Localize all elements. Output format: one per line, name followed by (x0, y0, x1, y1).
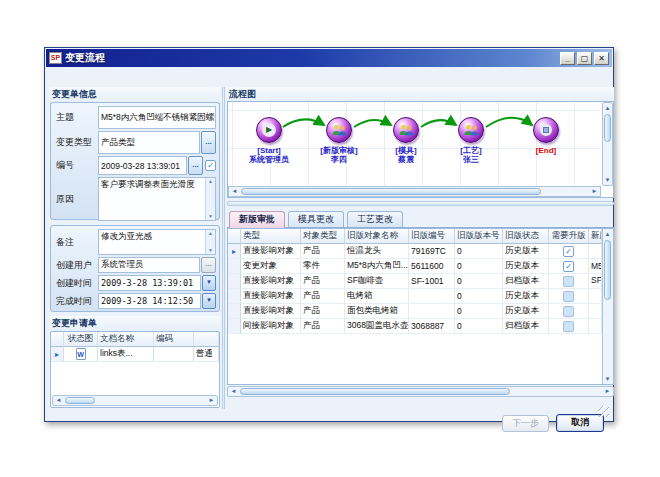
scroll-down-icon[interactable]: ▼ (208, 213, 213, 220)
table-row[interactable]: 变更对象 零件 M5*8内六角凹... 5611600 0 历史版本 ✓ M5*… (228, 259, 602, 274)
scroll-left-icon[interactable]: ◄ (53, 396, 64, 405)
cell-new: M5*8 (589, 259, 602, 274)
create-time-dropdown-icon[interactable]: ▼ (202, 275, 216, 291)
scrollbar-thumb[interactable] (240, 388, 510, 395)
table-row[interactable]: 间接影响对象 产品 3068圆盖电水壶 3068887 0 归档版本 (228, 319, 602, 334)
cell-status: 历史版本 (503, 244, 549, 259)
flow-node-review[interactable] (326, 117, 352, 143)
scroll-right-icon[interactable]: ► (589, 187, 600, 196)
col-upgrade[interactable]: 需要升版 (549, 229, 589, 244)
change-type-input[interactable]: 产品类型 (98, 131, 200, 154)
create-time-input[interactable]: 2009-3-28 13:39:01 (98, 275, 201, 291)
change-type-browse-button[interactable]: ... (201, 131, 216, 154)
scroll-up-icon[interactable]: ▲ (603, 229, 612, 239)
window-title: 变更流程 (65, 51, 558, 65)
creator-input[interactable]: 系统管理员 (98, 257, 200, 273)
col-obj-type[interactable]: 对象类型 (301, 229, 345, 244)
flow-node-start[interactable]: ▶ (256, 117, 282, 143)
col-type[interactable]: 类型 (241, 229, 301, 244)
cell-obj: 产品 (301, 244, 345, 259)
number-browse-button[interactable]: ... (188, 156, 203, 175)
upgrade-checkbox[interactable]: ✓ (563, 261, 574, 272)
scroll-down-icon[interactable]: ▼ (603, 374, 612, 384)
col-extra (194, 332, 219, 347)
flow-node-end[interactable] (533, 117, 559, 143)
scrollbar-thumb[interactable] (241, 188, 541, 195)
remark-scrollbar[interactable]: ▲ ▼ (205, 230, 215, 254)
resize-grip[interactable] (598, 406, 609, 417)
cell-type: 直接影响对象 (241, 289, 301, 304)
reason-row: 原因 客户要求调整表面光滑度 ▲ ▼ (54, 177, 216, 221)
cell-ver: 0 (455, 259, 503, 274)
scroll-up-icon[interactable]: ▲ (208, 178, 213, 185)
current-row-icon: ▸ (228, 244, 241, 259)
number-checkbox[interactable]: ✓ (205, 160, 216, 171)
tab-craft-change[interactable]: 工艺更改 (347, 211, 403, 227)
subject-input[interactable]: M5*8内六角凹端不锈钢紧固螺钉 (98, 106, 216, 129)
next-step-button: 下一步 (502, 415, 549, 432)
tab-mold-change[interactable]: 模具更改 (288, 211, 344, 227)
scroll-left-icon[interactable]: ◄ (229, 187, 240, 196)
scroll-left-icon[interactable]: ◄ (228, 387, 239, 396)
flow-label-end: [End] (508, 146, 584, 155)
scrollbar-thumb[interactable] (604, 114, 611, 142)
cell-status: 归档版本 (503, 319, 549, 334)
close-button[interactable]: ✕ (594, 52, 609, 65)
basic-fields-group: 主题 M5*8内六角凹端不锈钢紧固螺钉 变更类型 产品类型 ... 编号 200… (50, 102, 220, 220)
scroll-right-icon[interactable]: ► (206, 396, 217, 405)
finish-time-input[interactable]: 2009-3-28 14:12:50 (98, 293, 201, 309)
titlebar[interactable]: SP 变更流程 _ ▢ ✕ (46, 49, 612, 67)
cell-upgrade (549, 289, 589, 304)
col-new[interactable]: 新版 (589, 229, 602, 244)
tab-new-version-approval[interactable]: 新版审批 (229, 211, 285, 228)
upgrade-checkbox[interactable]: ✓ (563, 246, 574, 257)
reason-textarea[interactable]: 客户要求调整表面光滑度 ▲ ▼ (98, 177, 216, 221)
number-input[interactable]: 2009-03-28 13:39:01 (98, 156, 187, 175)
flow-vscrollbar[interactable]: ▲ ▼ (602, 102, 613, 186)
creator-row: 创建用户 系统管理员 ... (54, 257, 216, 273)
minimize-button[interactable]: _ (560, 52, 575, 65)
vertical-splitter[interactable] (222, 87, 225, 409)
col-old-code[interactable]: 旧版编号 (409, 229, 455, 244)
scrollbar-thumb[interactable] (65, 397, 95, 404)
approval-table-hscrollbar[interactable]: ◄ ► (227, 386, 614, 397)
scroll-up-icon[interactable]: ▲ (603, 103, 612, 113)
col-old-status[interactable]: 旧版状态 (503, 229, 549, 244)
table-row[interactable]: 直接影响对象 产品 面包类电烤箱 0 历史版本 (228, 304, 602, 319)
table-row[interactable]: ▸ 直接影响对象 产品 恒温龙头 79169TC 0 历史版本 ✓ (228, 244, 602, 259)
remark-textarea[interactable]: 修改为亚光感 ▲ ▼ (98, 229, 216, 255)
scrollbar-thumb[interactable] (604, 240, 611, 300)
approval-table-vscrollbar[interactable]: ▲ ▼ (602, 229, 613, 384)
scroll-right-icon[interactable]: ► (602, 387, 613, 396)
flow-hscrollbar[interactable]: ◄ ► (228, 186, 601, 197)
cell-code: SF-1001 (409, 274, 455, 289)
cancel-button[interactable]: 取消 (556, 414, 604, 432)
upgrade-checkbox[interactable] (563, 306, 574, 317)
table-row[interactable]: 直接影响对象 产品 电烤箱 0 历史版本 (228, 289, 602, 304)
finish-time-dropdown-icon[interactable]: ▼ (202, 293, 216, 309)
cell-obj: 产品 (301, 304, 345, 319)
col-old-ver[interactable]: 旧版版本号 (455, 229, 503, 244)
upgrade-checkbox[interactable] (563, 276, 574, 287)
table-row[interactable]: 直接影响对象 产品 SF咖啡壶 SF-1001 0 归档版本 SF咖 (228, 274, 602, 289)
cell-obj: 产品 (301, 274, 345, 289)
request-table-hscrollbar[interactable]: ◄ ► (52, 395, 218, 406)
flow-node-mold[interactable] (393, 117, 419, 143)
col-old-name[interactable]: 旧版对象名称 (345, 229, 409, 244)
upgrade-checkbox[interactable] (563, 291, 574, 302)
scroll-down-icon[interactable]: ▼ (603, 175, 612, 185)
col-code[interactable]: 编码 (154, 332, 194, 347)
scroll-up-icon[interactable]: ▲ (208, 230, 213, 237)
col-doc-name[interactable]: 文档名称 (98, 332, 154, 347)
flow-node-craft[interactable] (458, 117, 484, 143)
horizontal-splitter[interactable] (227, 201, 614, 206)
subject-row: 主题 M5*8内六角凹端不锈钢紧固螺钉 (54, 106, 216, 129)
request-row[interactable]: ▸ W links表... 普通 (51, 347, 219, 362)
col-status-icon[interactable]: 状态图 (64, 332, 98, 347)
scroll-down-icon[interactable]: ▼ (208, 247, 213, 254)
reason-scrollbar[interactable]: ▲ ▼ (205, 178, 215, 220)
creator-browse-button[interactable]: ... (201, 257, 216, 273)
approval-table: 类型 对象类型 旧版对象名称 旧版编号 旧版版本号 旧版状态 需要升版 新版 ▸… (227, 228, 614, 385)
upgrade-checkbox[interactable] (563, 321, 574, 332)
maximize-button[interactable]: ▢ (577, 52, 592, 65)
